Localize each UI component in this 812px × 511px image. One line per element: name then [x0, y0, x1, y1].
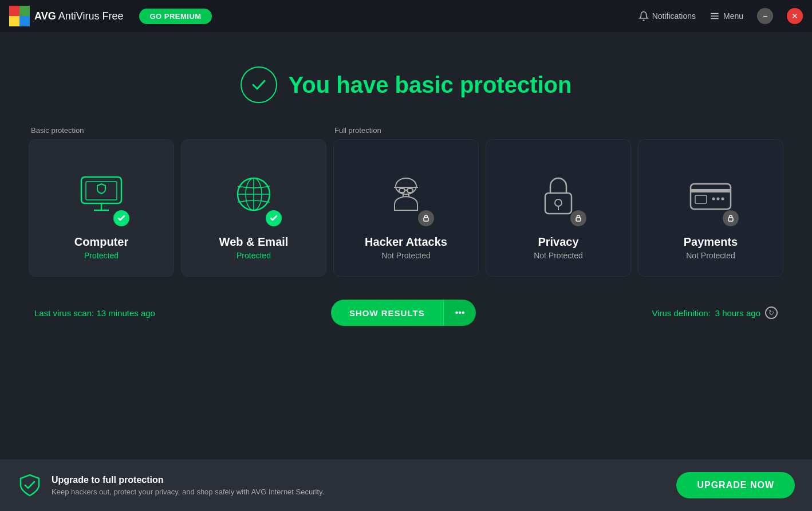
privacy-status: Not Protected — [534, 251, 583, 260]
privacy-badge — [570, 210, 586, 226]
lock-badge-payments-svg — [727, 214, 735, 222]
svg-rect-1 — [19, 6, 30, 16]
last-scan-value: 13 minutes ago — [96, 308, 155, 318]
hacker-icon-area — [380, 170, 432, 224]
bottom-bar: Last virus scan: 13 minutes ago SHOW RES… — [29, 300, 783, 326]
svg-rect-18 — [407, 188, 413, 192]
hero-section: You have basic protection — [241, 66, 572, 103]
avg-logo-icon — [9, 6, 30, 26]
hero-title-accent: basic protection — [395, 72, 572, 97]
web-email-card[interactable]: Web & Email Protected — [181, 139, 326, 277]
refresh-icon[interactable]: ↻ — [765, 306, 778, 319]
hacker-attacks-card[interactable]: Hacker Attacks Not Protected — [333, 139, 479, 277]
bell-icon — [638, 11, 649, 21]
web-email-status: Protected — [236, 251, 271, 260]
svg-point-30 — [712, 198, 715, 201]
computer-status: Protected — [84, 251, 119, 260]
notifications-label: Notifications — [652, 11, 696, 21]
svg-rect-3 — [19, 16, 30, 26]
svg-rect-17 — [399, 188, 405, 192]
hacker-attacks-status: Not Protected — [381, 251, 431, 260]
upgrade-subtitle: Keep hackers out, protect your privacy, … — [52, 488, 667, 496]
payments-title: Payments — [684, 235, 738, 249]
upgrade-now-button[interactable]: UPGRADE NOW — [676, 472, 795, 498]
lock-badge-privacy-svg — [574, 214, 582, 222]
close-button[interactable]: ✕ — [787, 8, 803, 24]
svg-rect-2 — [9, 16, 19, 26]
privacy-title: Privacy — [538, 235, 578, 249]
menu-label: Menu — [723, 11, 743, 21]
last-scan-label: Last virus scan: — [34, 308, 96, 318]
app-logo: AVG AntiVirus Free GO PREMIUM — [9, 6, 212, 26]
hamburger-icon — [709, 11, 720, 21]
svg-point-24 — [555, 199, 562, 206]
upgrade-shield-icon — [17, 473, 42, 498]
computer-title: Computer — [74, 235, 128, 249]
web-email-title: Web & Email — [219, 235, 289, 249]
svg-rect-33 — [728, 218, 733, 221]
svg-rect-7 — [81, 177, 121, 203]
upgrade-bar: Upgrade to full protection Keep hackers … — [0, 459, 812, 511]
svg-point-31 — [717, 198, 720, 201]
svg-rect-27 — [691, 184, 731, 209]
scan-buttons-group: SHOW RESULTS ••• — [331, 300, 476, 326]
check-badge-svg — [117, 214, 126, 223]
web-email-badge — [266, 210, 282, 226]
upgrade-text: Upgrade to full protection Keep hackers … — [52, 475, 667, 496]
virus-def-value: 3 hours ago — [715, 308, 760, 318]
virus-def-label: Virus definition: — [652, 308, 710, 318]
svg-rect-23 — [545, 193, 571, 214]
scan-more-options-button[interactable]: ••• — [443, 300, 476, 326]
hacker-attacks-title: Hacker Attacks — [365, 235, 447, 249]
payments-card[interactable]: Payments Not Protected — [638, 139, 783, 277]
show-results-button[interactable]: SHOW RESULTS — [331, 300, 443, 326]
web-email-icon-area — [228, 170, 279, 224]
svg-rect-26 — [576, 218, 581, 221]
cards-labels: Basic protection Full protection — [29, 126, 783, 135]
app-name-text: AntiVirus Free — [58, 10, 124, 22]
payments-status: Not Protected — [686, 251, 735, 260]
main-content: You have basic protection Basic protecti… — [0, 32, 812, 459]
upgrade-title: Upgrade to full protection — [52, 475, 667, 485]
payments-badge — [723, 210, 739, 226]
basic-protection-label: Basic protection — [29, 126, 332, 135]
go-premium-button[interactable]: GO PREMIUM — [139, 9, 211, 24]
lock-badge-hacker-svg — [422, 214, 430, 222]
computer-icon-area — [76, 170, 127, 224]
scan-info: Last virus scan: 13 minutes ago — [34, 308, 155, 318]
svg-rect-0 — [9, 6, 19, 16]
protection-cards-row: Computer Protected — [29, 139, 783, 277]
payments-icon-area — [685, 170, 736, 224]
computer-badge — [113, 210, 129, 226]
menu-button[interactable]: Menu — [709, 11, 743, 21]
computer-card[interactable]: Computer Protected — [29, 139, 174, 277]
privacy-icon-area — [533, 170, 584, 224]
hero-title-static: You have — [289, 72, 395, 97]
svg-point-32 — [722, 198, 724, 201]
hero-checkmark-icon — [241, 66, 277, 103]
check-badge-web-svg — [269, 214, 278, 223]
titlebar-right: Notifications Menu − ✕ — [638, 8, 803, 24]
minimize-button[interactable]: − — [757, 8, 773, 24]
virus-definition-info: Virus definition: 3 hours ago ↻ — [652, 306, 778, 319]
titlebar: AVG AntiVirus Free GO PREMIUM Notificati… — [0, 0, 812, 32]
check-svg — [250, 76, 268, 94]
svg-rect-22 — [424, 218, 428, 221]
app-name-label: AVG AntiVirus Free — [34, 10, 123, 22]
notifications-button[interactable]: Notifications — [638, 11, 696, 21]
svg-rect-29 — [695, 195, 707, 203]
hacker-badge — [418, 210, 434, 226]
full-protection-label: Full protection — [332, 126, 783, 135]
privacy-card[interactable]: Privacy Not Protected — [486, 139, 631, 277]
hero-title: You have basic protection — [289, 72, 572, 98]
